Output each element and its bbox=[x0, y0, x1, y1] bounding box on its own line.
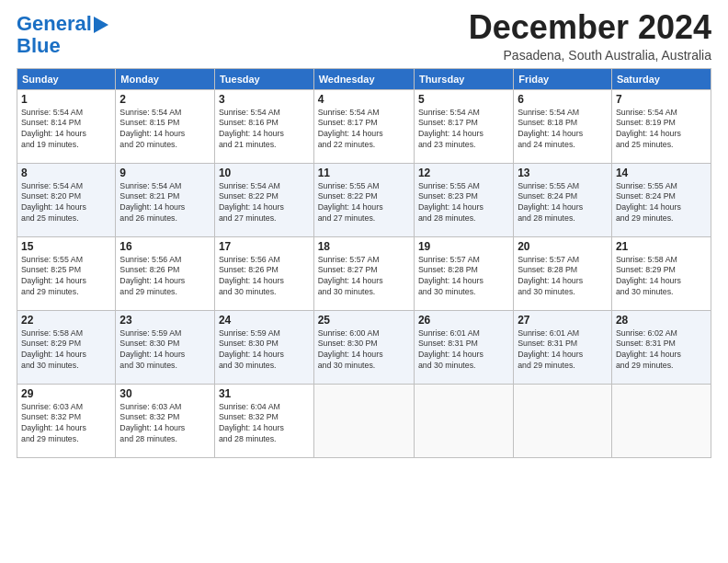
calendar-week-row: 15Sunrise: 5:55 AM Sunset: 8:25 PM Dayli… bbox=[17, 236, 711, 310]
day-number: 19 bbox=[418, 240, 509, 253]
day-number: 8 bbox=[21, 167, 111, 179]
day-info: Sunrise: 5:55 AM Sunset: 8:24 PM Dayligh… bbox=[616, 181, 707, 225]
day-info: Sunrise: 6:01 AM Sunset: 8:31 PM Dayligh… bbox=[518, 328, 608, 373]
logo: General Blue bbox=[17, 13, 108, 57]
logo-arrow-icon bbox=[94, 17, 108, 33]
day-number: 30 bbox=[119, 387, 210, 400]
day-cell: 25Sunrise: 6:00 AM Sunset: 8:30 PM Dayli… bbox=[313, 310, 414, 384]
day-number: 26 bbox=[418, 314, 509, 327]
calendar-week-row: 29Sunrise: 6:03 AM Sunset: 8:32 PM Dayli… bbox=[17, 384, 711, 457]
day-info: Sunrise: 5:54 AM Sunset: 8:20 PM Dayligh… bbox=[21, 181, 111, 225]
page: General Blue December 2024 Pasadena, Sou… bbox=[0, 0, 728, 563]
day-cell: 26Sunrise: 6:01 AM Sunset: 8:31 PM Dayli… bbox=[414, 310, 513, 384]
day-info: Sunrise: 5:54 AM Sunset: 8:21 PM Dayligh… bbox=[119, 181, 210, 225]
calendar-week-row: 8Sunrise: 5:54 AM Sunset: 8:20 PM Daylig… bbox=[17, 163, 711, 236]
day-cell: 1Sunrise: 5:54 AM Sunset: 8:14 PM Daylig… bbox=[17, 89, 116, 163]
day-cell: 19Sunrise: 5:57 AM Sunset: 8:28 PM Dayli… bbox=[414, 236, 513, 310]
day-cell: 17Sunrise: 5:56 AM Sunset: 8:26 PM Dayli… bbox=[214, 236, 313, 310]
day-number: 23 bbox=[119, 314, 210, 327]
day-number: 15 bbox=[21, 240, 111, 253]
day-cell: 21Sunrise: 5:58 AM Sunset: 8:29 PM Dayli… bbox=[611, 236, 711, 310]
day-number: 22 bbox=[21, 314, 111, 327]
day-cell: 8Sunrise: 5:54 AM Sunset: 8:20 PM Daylig… bbox=[17, 163, 116, 236]
day-info: Sunrise: 5:55 AM Sunset: 8:23 PM Dayligh… bbox=[418, 181, 509, 225]
day-cell: 18Sunrise: 5:57 AM Sunset: 8:27 PM Dayli… bbox=[313, 236, 414, 310]
day-cell: 7Sunrise: 5:54 AM Sunset: 8:19 PM Daylig… bbox=[611, 89, 711, 163]
day-cell: 3Sunrise: 5:54 AM Sunset: 8:16 PM Daylig… bbox=[214, 89, 313, 163]
day-number: 28 bbox=[616, 314, 707, 327]
day-cell: 24Sunrise: 5:59 AM Sunset: 8:30 PM Dayli… bbox=[214, 310, 313, 384]
day-info: Sunrise: 5:56 AM Sunset: 8:26 PM Dayligh… bbox=[119, 255, 210, 299]
day-number: 3 bbox=[219, 93, 310, 106]
day-cell: 12Sunrise: 5:55 AM Sunset: 8:23 PM Dayli… bbox=[414, 163, 513, 236]
day-cell: 6Sunrise: 5:54 AM Sunset: 8:18 PM Daylig… bbox=[514, 89, 612, 163]
day-cell: 20Sunrise: 5:57 AM Sunset: 8:28 PM Dayli… bbox=[514, 236, 612, 310]
day-cell: 11Sunrise: 5:55 AM Sunset: 8:22 PM Dayli… bbox=[313, 163, 414, 236]
day-info: Sunrise: 6:02 AM Sunset: 8:31 PM Dayligh… bbox=[616, 328, 707, 373]
day-cell: 22Sunrise: 5:58 AM Sunset: 8:29 PM Dayli… bbox=[17, 310, 116, 384]
day-number: 21 bbox=[616, 240, 707, 253]
day-cell: 5Sunrise: 5:54 AM Sunset: 8:17 PM Daylig… bbox=[414, 89, 513, 163]
calendar-table: SundayMondayTuesdayWednesdayThursdayFrid… bbox=[17, 68, 711, 458]
month-title: December 2024 bbox=[469, 9, 711, 46]
logo-blue-text: Blue bbox=[17, 35, 61, 57]
day-cell: 27Sunrise: 6:01 AM Sunset: 8:31 PM Dayli… bbox=[514, 310, 612, 384]
day-info: Sunrise: 5:54 AM Sunset: 8:15 PM Dayligh… bbox=[119, 108, 210, 152]
day-cell: 15Sunrise: 5:55 AM Sunset: 8:25 PM Dayli… bbox=[17, 236, 116, 310]
weekday-header: Saturday bbox=[611, 68, 711, 89]
day-info: Sunrise: 5:57 AM Sunset: 8:27 PM Dayligh… bbox=[318, 255, 410, 299]
empty-day-cell bbox=[514, 384, 612, 457]
calendar-week-row: 22Sunrise: 5:58 AM Sunset: 8:29 PM Dayli… bbox=[17, 310, 711, 384]
day-info: Sunrise: 5:54 AM Sunset: 8:19 PM Dayligh… bbox=[616, 108, 707, 152]
location-subtitle: Pasadena, South Australia, Australia bbox=[469, 48, 711, 63]
day-info: Sunrise: 5:54 AM Sunset: 8:18 PM Dayligh… bbox=[518, 108, 608, 152]
weekday-header: Thursday bbox=[414, 68, 513, 89]
empty-day-cell bbox=[414, 384, 513, 457]
day-cell: 16Sunrise: 5:56 AM Sunset: 8:26 PM Dayli… bbox=[116, 236, 215, 310]
day-info: Sunrise: 6:00 AM Sunset: 8:30 PM Dayligh… bbox=[318, 328, 410, 373]
day-number: 14 bbox=[616, 167, 707, 179]
calendar-week-row: 1Sunrise: 5:54 AM Sunset: 8:14 PM Daylig… bbox=[17, 89, 711, 163]
day-info: Sunrise: 5:55 AM Sunset: 8:22 PM Dayligh… bbox=[318, 181, 410, 225]
day-number: 29 bbox=[21, 387, 111, 400]
day-number: 24 bbox=[219, 314, 310, 327]
day-cell: 10Sunrise: 5:54 AM Sunset: 8:22 PM Dayli… bbox=[214, 163, 313, 236]
empty-day-cell bbox=[313, 384, 414, 457]
day-number: 25 bbox=[318, 314, 410, 327]
day-info: Sunrise: 5:57 AM Sunset: 8:28 PM Dayligh… bbox=[418, 255, 509, 299]
day-info: Sunrise: 5:54 AM Sunset: 8:17 PM Dayligh… bbox=[418, 108, 509, 152]
day-cell: 4Sunrise: 5:54 AM Sunset: 8:17 PM Daylig… bbox=[313, 89, 414, 163]
day-cell: 29Sunrise: 6:03 AM Sunset: 8:32 PM Dayli… bbox=[17, 384, 116, 457]
day-info: Sunrise: 5:58 AM Sunset: 8:29 PM Dayligh… bbox=[21, 328, 111, 373]
day-info: Sunrise: 5:54 AM Sunset: 8:16 PM Dayligh… bbox=[219, 108, 310, 152]
day-info: Sunrise: 6:03 AM Sunset: 8:32 PM Dayligh… bbox=[119, 402, 210, 446]
header: General Blue December 2024 Pasadena, Sou… bbox=[17, 9, 711, 63]
day-number: 18 bbox=[318, 240, 410, 253]
day-info: Sunrise: 5:57 AM Sunset: 8:28 PM Dayligh… bbox=[518, 255, 608, 299]
day-number: 13 bbox=[518, 167, 608, 179]
day-number: 27 bbox=[518, 314, 608, 327]
day-number: 6 bbox=[518, 93, 608, 106]
day-info: Sunrise: 5:55 AM Sunset: 8:24 PM Dayligh… bbox=[518, 181, 608, 225]
empty-day-cell bbox=[611, 384, 711, 457]
day-cell: 2Sunrise: 5:54 AM Sunset: 8:15 PM Daylig… bbox=[116, 89, 215, 163]
day-cell: 13Sunrise: 5:55 AM Sunset: 8:24 PM Dayli… bbox=[514, 163, 612, 236]
weekday-header: Wednesday bbox=[313, 68, 414, 89]
day-number: 12 bbox=[418, 167, 509, 179]
day-info: Sunrise: 5:58 AM Sunset: 8:29 PM Dayligh… bbox=[616, 255, 707, 299]
logo-text: General bbox=[17, 13, 92, 35]
day-cell: 30Sunrise: 6:03 AM Sunset: 8:32 PM Dayli… bbox=[116, 384, 215, 457]
day-number: 4 bbox=[318, 93, 410, 106]
day-number: 7 bbox=[616, 93, 707, 106]
day-info: Sunrise: 5:59 AM Sunset: 8:30 PM Dayligh… bbox=[219, 328, 310, 373]
calendar-body: 1Sunrise: 5:54 AM Sunset: 8:14 PM Daylig… bbox=[17, 89, 711, 457]
weekday-header: Tuesday bbox=[214, 68, 313, 89]
day-number: 10 bbox=[219, 167, 310, 179]
day-number: 2 bbox=[119, 93, 210, 106]
title-block: December 2024 Pasadena, South Australia,… bbox=[469, 9, 711, 63]
day-number: 31 bbox=[219, 387, 310, 400]
day-info: Sunrise: 5:55 AM Sunset: 8:25 PM Dayligh… bbox=[21, 255, 111, 299]
day-number: 17 bbox=[219, 240, 310, 253]
day-cell: 28Sunrise: 6:02 AM Sunset: 8:31 PM Dayli… bbox=[611, 310, 711, 384]
day-info: Sunrise: 6:03 AM Sunset: 8:32 PM Dayligh… bbox=[21, 402, 111, 446]
